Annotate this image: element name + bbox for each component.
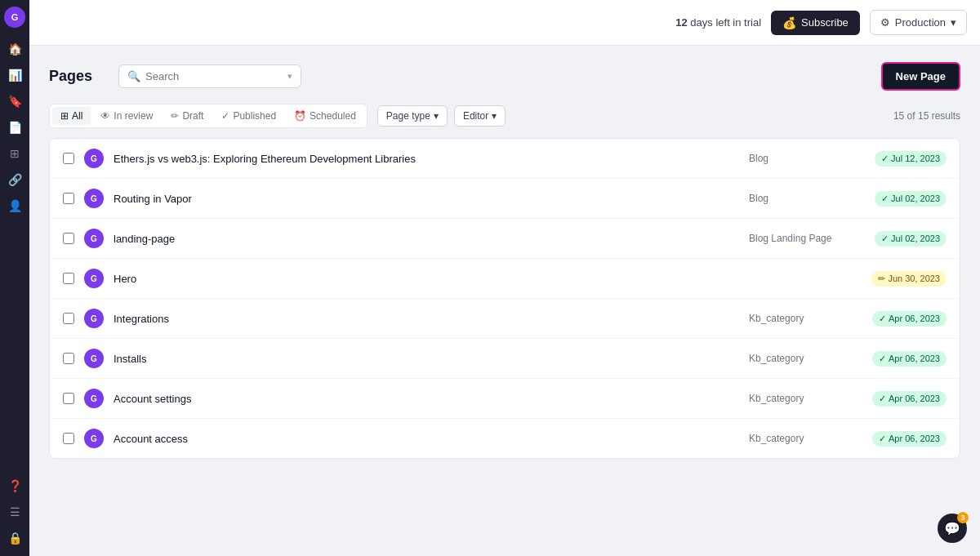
sidebar-icon-menu[interactable]: ☰ <box>3 500 26 523</box>
check-icon: ✓ <box>879 314 886 324</box>
sidebar-icon-users[interactable]: 👤 <box>3 194 26 217</box>
sidebar-icon-bookmark[interactable]: 🔖 <box>3 90 26 113</box>
sidebar-icon-analytics[interactable]: 📊 <box>3 64 26 87</box>
table-row: G Installs Kb_category ✓ Apr 06, 2023 <box>50 339 960 379</box>
table-row: G Account access Kb_category ✓ Apr 06, 2… <box>50 419 960 458</box>
row-avatar-8: G <box>84 429 104 448</box>
row-title-2[interactable]: Routing in Vapor <box>114 193 739 205</box>
scheduled-icon: ⏰ <box>294 110 306 122</box>
sidebar-icon-help[interactable]: ❓ <box>3 474 26 497</box>
row-checkbox-3[interactable] <box>63 233 74 244</box>
sidebar: G 🏠 📊 🔖 📄 ⊞ 🔗 👤 ❓ ☰ 🔒 <box>0 0 29 556</box>
in-review-icon: 👁 <box>100 110 110 122</box>
filter-tab-in-review[interactable]: 👁 In review <box>92 107 161 125</box>
pencil-icon: ✏ <box>878 274 885 284</box>
row-avatar-3: G <box>84 229 104 248</box>
page-type-dropdown[interactable]: Page type ▾ <box>377 105 448 127</box>
row-type-1: Blog <box>749 153 847 164</box>
row-date-badge-3: ✓ Jul 02, 2023 <box>875 231 947 247</box>
editor-dropdown[interactable]: Editor ▾ <box>454 105 506 127</box>
search-container: 🔍 ▾ <box>118 64 301 88</box>
row-checkbox-6[interactable] <box>63 353 74 364</box>
row-date-badge-2: ✓ Jul 02, 2023 <box>875 191 947 207</box>
results-count: 15 of 15 results <box>893 110 960 122</box>
production-chevron-icon: ▾ <box>951 16 956 29</box>
row-type-5: Kb_category <box>749 313 847 324</box>
sidebar-icon-integrations[interactable]: 🔗 <box>3 168 26 191</box>
table-row: G Routing in Vapor Blog ✓ Jul 02, 2023 <box>50 179 960 219</box>
row-checkbox-5[interactable] <box>63 313 74 324</box>
trial-days: 12 <box>675 16 687 29</box>
row-date-3: ✓ Jul 02, 2023 <box>857 231 947 247</box>
filter-tab-scheduled[interactable]: ⏰ Scheduled <box>286 107 364 125</box>
chat-icon: 💬 <box>944 521 960 536</box>
all-icon: ⊞ <box>60 110 69 122</box>
filter-tab-all[interactable]: ⊞ All <box>52 107 91 125</box>
search-input[interactable] <box>145 70 283 82</box>
in-review-label: In review <box>114 110 153 122</box>
sidebar-icon-grid[interactable]: ⊞ <box>3 142 26 165</box>
pages-header: Pages 🔍 ▾ New Page <box>49 62 960 91</box>
filter-bar: ⊞ All 👁 In review ✏ Draft ✓ Published <box>49 104 960 128</box>
page-title: Pages <box>49 68 92 85</box>
sidebar-icon-pages[interactable]: 📄 <box>3 116 26 139</box>
row-title-7[interactable]: Account settings <box>114 393 739 405</box>
production-button[interactable]: ⚙ Production ▾ <box>870 10 967 35</box>
check-icon: ✓ <box>879 434 886 444</box>
row-date-badge-7: ✓ Apr 06, 2023 <box>872 391 947 407</box>
row-date-badge-6: ✓ Apr 06, 2023 <box>872 351 947 367</box>
row-type-3: Blog Landing Page <box>749 233 847 244</box>
search-chevron-icon[interactable]: ▾ <box>287 71 292 82</box>
page-type-chevron-icon: ▾ <box>434 110 439 122</box>
pages-table: G Ethers.js vs web3.js: Exploring Ethere… <box>49 138 960 459</box>
main-area: 12 days left in trial 💰 Subscribe ⚙ Prod… <box>29 0 980 556</box>
sidebar-icon-lock[interactable]: 🔒 <box>3 527 26 549</box>
filter-dropdowns: Page type ▾ Editor ▾ <box>377 105 506 127</box>
all-label: All <box>72 110 82 122</box>
check-icon: ✓ <box>881 193 889 204</box>
subscribe-button[interactable]: 💰 Subscribe <box>771 11 860 35</box>
subscribe-icon: 💰 <box>782 16 796 29</box>
trial-days-label: days left in trial <box>690 16 761 29</box>
row-checkbox-2[interactable] <box>63 193 74 204</box>
sidebar-avatar[interactable]: G <box>4 7 25 28</box>
row-avatar-6: G <box>84 349 104 368</box>
table-row: G Hero ✏ Jun 30, 2023 <box>50 259 960 299</box>
header: 12 days left in trial 💰 Subscribe ⚙ Prod… <box>29 0 980 46</box>
table-row: G Account settings Kb_category ✓ Apr 06,… <box>50 379 960 419</box>
page-type-label: Page type <box>386 110 430 122</box>
subscribe-label: Subscribe <box>801 16 849 29</box>
row-title-5[interactable]: Integrations <box>114 313 739 325</box>
row-checkbox-7[interactable] <box>63 393 74 404</box>
row-checkbox-4[interactable] <box>63 273 74 284</box>
published-icon: ✓ <box>221 110 229 122</box>
row-date-badge-8: ✓ Apr 06, 2023 <box>872 431 947 447</box>
row-title-1[interactable]: Ethers.js vs web3.js: Exploring Ethereum… <box>114 153 739 165</box>
row-checkbox-8[interactable] <box>63 433 74 444</box>
trial-text: 12 days left in trial <box>675 16 761 29</box>
row-date-4: ✏ Jun 30, 2023 <box>857 271 947 287</box>
row-title-6[interactable]: Installs <box>114 353 739 365</box>
row-title-8[interactable]: Account access <box>114 433 739 445</box>
check-icon: ✓ <box>881 153 889 164</box>
chat-button[interactable]: 💬 3 <box>938 514 967 543</box>
new-page-button[interactable]: New Page <box>881 62 960 91</box>
row-type-7: Kb_category <box>749 393 847 404</box>
sidebar-icon-home[interactable]: 🏠 <box>3 38 26 60</box>
row-type-6: Kb_category <box>749 353 847 364</box>
search-icon: 🔍 <box>127 70 140 82</box>
filter-tabs: ⊞ All 👁 In review ✏ Draft ✓ Published <box>49 104 368 128</box>
row-date-badge-5: ✓ Apr 06, 2023 <box>872 311 947 327</box>
draft-label: Draft <box>182 110 203 122</box>
draft-icon: ✏ <box>171 110 179 122</box>
row-title-3[interactable]: landing-page <box>114 233 739 245</box>
row-avatar-5: G <box>84 309 104 328</box>
row-date-5: ✓ Apr 06, 2023 <box>857 311 947 327</box>
row-date-7: ✓ Apr 06, 2023 <box>857 391 947 407</box>
row-checkbox-1[interactable] <box>63 153 74 164</box>
filter-tab-draft[interactable]: ✏ Draft <box>163 107 212 125</box>
row-avatar-7: G <box>84 389 104 408</box>
filter-tab-published[interactable]: ✓ Published <box>213 107 284 125</box>
content-area: Pages 🔍 ▾ New Page ⊞ All 👁 <box>29 46 980 556</box>
row-title-4[interactable]: Hero <box>114 273 739 285</box>
